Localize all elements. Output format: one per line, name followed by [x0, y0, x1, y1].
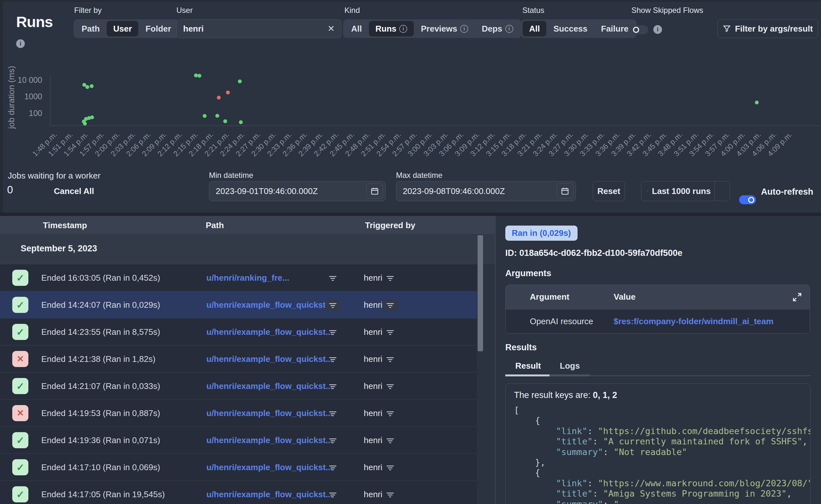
argument-value-link[interactable]: $res:f/company-folder/windmill_ai_team — [614, 316, 774, 326]
arguments-title: Arguments — [505, 268, 552, 278]
run-user: henri — [364, 489, 382, 499]
filter-lines-icon — [328, 355, 337, 363]
column-path: Path — [206, 220, 224, 230]
run-row[interactable]: ✓Ended 14:23:55 (Ran in 8,575s)u/henri/e… — [0, 318, 477, 345]
table-scrollbar[interactable] — [478, 235, 483, 351]
status-success-icon: ✓ — [12, 378, 28, 394]
logs-tab-underline — [550, 374, 590, 376]
tab-result[interactable]: Result — [515, 361, 541, 371]
filter-by-user-button[interactable] — [382, 272, 398, 284]
run-user: henri — [364, 300, 382, 310]
run-user: henri — [364, 462, 382, 472]
filter-by-path-button[interactable] — [325, 408, 340, 419]
filter-by-path-button[interactable] — [325, 489, 340, 500]
run-row[interactable]: ✓Ended 14:17:10 (Ran in 0,069s)u/henri/e… — [0, 453, 477, 480]
table-top-border — [0, 213, 821, 216]
filter-lines-icon — [328, 464, 337, 471]
last-runs-button[interactable]: Last 1000 runs — [641, 181, 730, 201]
argument-name: OpenAI resource — [530, 316, 593, 326]
run-user: henri — [364, 354, 382, 364]
chart-x-axis-labels: 1:48 p.m.1:51 p.m.1:54 p.m.1:57 p.m.2:00… — [0, 0, 821, 168]
filter-by-path-button[interactable] — [325, 326, 340, 338]
run-user: henri — [364, 381, 382, 391]
runs-page: Runs i Filter by Path User Folder User h… — [0, 0, 821, 504]
column-triggered-by: Triggered by — [365, 220, 416, 230]
run-timestamp: Ended 14:21:38 (Ran in 1,82s) — [41, 354, 155, 364]
filter-lines-icon — [328, 274, 337, 282]
filter-lines-icon — [385, 274, 395, 282]
date-group-header: September 5, 2023 — [0, 234, 495, 264]
refresh-icon — [647, 187, 648, 195]
filter-by-path-button[interactable] — [325, 354, 340, 365]
run-path-link[interactable]: u/henri/example_flow_quickst... — [206, 381, 333, 391]
run-user: henri — [364, 273, 382, 283]
filter-by-path-button[interactable] — [325, 299, 340, 311]
run-path-link[interactable]: u/henri/example_flow_quickst... — [206, 462, 333, 472]
chevron-down-icon[interactable] — [724, 187, 725, 195]
run-timestamp: Ended 14:17:05 (Ran in 19,545s) — [41, 489, 165, 499]
run-row[interactable]: ✓Ended 14:21:07 (Ran in 0,033s)u/henri/e… — [0, 372, 477, 399]
run-row[interactable]: ✓Ended 14:24:07 (Ran in 0,029s)u/henri/e… — [0, 291, 477, 318]
run-path-link[interactable]: u/henri/example_flow_quickst... — [206, 489, 333, 499]
status-failure-icon: ✕ — [12, 351, 28, 367]
run-path-link[interactable]: u/henri/example_flow_quickst... — [206, 408, 333, 418]
max-datetime-input[interactable]: 2023-09-08T09:46:00.000Z — [396, 181, 576, 201]
status-success-icon: ✓ — [12, 486, 28, 502]
filter-by-path-button[interactable] — [325, 462, 340, 473]
status-success-icon: ✓ — [12, 459, 28, 475]
filter-by-user-button[interactable] — [382, 435, 398, 446]
status-success-icon: ✓ — [12, 297, 28, 313]
run-row[interactable]: ✓Ended 14:19:36 (Ran in 0,071s)u/henri/e… — [0, 426, 477, 453]
value-column: Value — [614, 292, 636, 302]
min-datetime-calendar-button[interactable] — [366, 183, 383, 199]
run-id: ID: 018a654c-d062-fbb2-d100-59fa70df500e — [505, 248, 682, 258]
filter-by-user-button[interactable] — [382, 462, 398, 473]
filter-by-path-button[interactable] — [325, 435, 340, 446]
calendar-icon — [561, 187, 569, 195]
filter-by-path-button[interactable] — [325, 272, 340, 284]
reset-button[interactable]: Reset — [593, 181, 625, 201]
run-row[interactable]: ✕Ended 14:21:38 (Ran in 1,82s)u/henri/ex… — [0, 345, 477, 372]
filter-lines-icon — [328, 437, 337, 444]
filter-by-user-button[interactable] — [382, 381, 398, 392]
filter-lines-icon — [328, 491, 337, 499]
run-user: henri — [364, 408, 382, 418]
filter-by-user-button[interactable] — [382, 408, 398, 419]
tabbar-line — [590, 375, 811, 376]
run-path-link[interactable]: u/henri/example_flow_quickst... — [206, 300, 333, 310]
cancel-all-button[interactable]: Cancel All — [54, 186, 94, 196]
status-success-icon: ✓ — [12, 270, 28, 286]
column-timestamp: Timestamp — [43, 220, 87, 230]
filter-lines-icon — [385, 437, 395, 444]
active-tab-underline — [505, 374, 550, 376]
filter-by-user-button[interactable] — [382, 489, 398, 500]
calendar-icon — [370, 187, 379, 195]
auto-refresh-toggle[interactable] — [739, 195, 756, 204]
run-details-panel: Ran in (0,029s) ID: 018a654c-d062-fbb2-d… — [495, 216, 821, 504]
filter-by-user-button[interactable] — [382, 299, 398, 311]
run-user: henri — [364, 327, 382, 337]
run-row[interactable]: ✕Ended 14:19:53 (Ran in 0,887s)u/henri/e… — [0, 399, 477, 426]
max-datetime-calendar-button[interactable] — [557, 183, 573, 199]
filter-by-path-button[interactable] — [325, 381, 340, 392]
result-json: [ { "link": "https://github.com/deadbeef… — [514, 405, 811, 504]
status-failure-icon: ✕ — [12, 405, 28, 421]
run-timestamp: Ended 14:24:07 (Ran in 0,029s) — [41, 300, 160, 310]
run-path-link[interactable]: u/henri/example_flow_quickst... — [206, 354, 333, 364]
filter-by-user-button[interactable] — [382, 354, 398, 365]
run-path-link[interactable]: u/henri/ranking_fre... — [206, 273, 289, 283]
arguments-table-header: Argument Value — [506, 285, 810, 309]
result-keys-line: The result keys are: 0, 1, 2 — [514, 390, 617, 400]
tab-logs[interactable]: Logs — [560, 361, 580, 371]
status-success-icon: ✓ — [12, 432, 28, 448]
filter-by-user-button[interactable] — [382, 326, 398, 338]
run-row[interactable]: ✓Ended 14:17:05 (Ran in 19,545s)u/henri/… — [0, 480, 477, 504]
min-datetime-input[interactable]: 2023-09-01T09:46:00.000Z — [209, 181, 386, 201]
status-success-icon: ✓ — [12, 324, 28, 340]
run-path-link[interactable]: u/henri/example_flow_quickst... — [206, 435, 333, 445]
run-path-link[interactable]: u/henri/example_flow_quickst... — [206, 327, 333, 337]
expand-icon[interactable] — [792, 292, 803, 303]
filter-lines-icon — [385, 410, 395, 417]
table-header: Timestamp Path Triggered by — [0, 216, 495, 234]
run-row[interactable]: ✓Ended 16:03:05 (Ran in 0,452s)u/henri/r… — [0, 264, 477, 291]
